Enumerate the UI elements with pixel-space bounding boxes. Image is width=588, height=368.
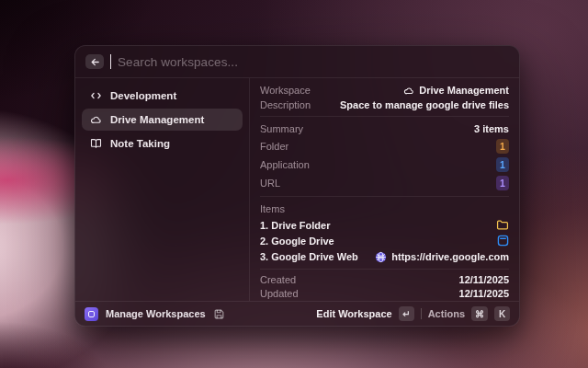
section-header: Summary	[260, 123, 303, 134]
count-row-application: Application 1	[260, 155, 509, 174]
items-header-row: Items	[260, 201, 509, 217]
save-icon	[213, 308, 225, 320]
actions-button[interactable]: Actions	[428, 308, 465, 319]
detail-value: 12/11/2025	[459, 288, 509, 299]
detail-label: Updated	[260, 288, 299, 299]
workspaces-app-icon	[85, 307, 98, 321]
folder-icon	[496, 219, 509, 231]
detail-label: Description	[260, 99, 311, 110]
detail-row-description: Description Space to manage google drive…	[260, 98, 509, 112]
list-item-development[interactable]: Development	[82, 85, 243, 107]
list-item-note-taking[interactable]: Note Taking	[82, 132, 243, 155]
k-key-badge: K	[494, 306, 510, 321]
count-row-url: URL 1	[260, 174, 509, 192]
footer-left: Manage Workspaces	[85, 307, 225, 321]
item-url: https://drive.google.com	[375, 251, 509, 263]
detail-value: Drive Management	[403, 85, 509, 96]
count-badge: 1	[496, 139, 509, 154]
count-label: URL	[260, 178, 280, 189]
item-label: 2. Google Drive	[260, 236, 334, 247]
list-item-drive-management[interactable]: Drive Management	[82, 109, 243, 131]
app-window-icon	[497, 235, 509, 247]
code-icon	[90, 90, 102, 101]
count-badge: 1	[496, 176, 509, 190]
text-caret	[110, 54, 111, 69]
cloud-icon	[90, 114, 102, 125]
detail-row-updated: Updated 12/11/2025	[260, 287, 509, 301]
detail-value: 12/11/2025	[459, 274, 509, 285]
list-item-label: Drive Management	[110, 114, 204, 125]
url-text: https://drive.google.com	[391, 251, 509, 262]
detail-label: Created	[260, 274, 296, 285]
list-item-label: Development	[110, 90, 176, 101]
workspace-name: Drive Management	[419, 85, 509, 96]
item-row-google-drive-web: 3. Google Drive Web	[260, 248, 509, 264]
list-item-label: Note Taking	[110, 138, 170, 149]
footer-app-label: Manage Workspaces	[106, 308, 206, 319]
item-label: 1. Drive Folder	[260, 220, 330, 231]
summary-count: 3 items	[474, 123, 509, 134]
count-badge: 1	[496, 157, 509, 172]
arrow-left-icon	[90, 57, 100, 67]
footer-right: Edit Workspace ↵ Actions ⌘ K	[316, 306, 510, 321]
count-label: Folder	[260, 141, 288, 152]
footer-bar: Manage Workspaces Edit Workspace ↵ Actio…	[75, 301, 519, 326]
detail-row-workspace: Workspace Drive Management	[260, 83, 509, 98]
detail-label: Workspace	[260, 85, 311, 96]
section-header: Items	[260, 203, 285, 214]
footer-separator	[421, 308, 422, 319]
globe-icon	[375, 251, 387, 263]
summary-header-row: Summary 3 items	[260, 121, 509, 137]
detail-row-created: Created 12/11/2025	[260, 273, 509, 287]
count-row-folder: Folder 1	[260, 137, 509, 155]
cmd-key-badge: ⌘	[471, 306, 488, 321]
workspace-list: Development Drive Management	[75, 78, 250, 301]
workspace-details: Workspace Drive Management Description S…	[250, 78, 519, 301]
search-bar: Search workspaces...	[75, 46, 519, 78]
detail-value: Space to manage google drive files	[340, 99, 509, 110]
divider	[260, 196, 509, 197]
search-input[interactable]: Search workspaces...	[118, 55, 238, 69]
count-label: Application	[260, 159, 310, 170]
workspace-search-window: Search workspaces... Development	[74, 45, 520, 327]
item-row-drive-folder: 1. Drive Folder	[260, 217, 509, 233]
cloud-icon	[403, 86, 414, 96]
screen: Search workspaces... Development	[0, 0, 588, 368]
main-content: Development Drive Management	[75, 78, 519, 301]
enter-key-badge: ↵	[399, 306, 414, 321]
edit-workspace-button[interactable]: Edit Workspace	[316, 308, 391, 319]
book-open-icon	[90, 138, 102, 149]
item-row-google-drive: 2. Google Drive	[260, 233, 509, 248]
back-button[interactable]	[85, 54, 104, 69]
item-label: 3. Google Drive Web	[260, 251, 358, 262]
divider	[260, 116, 509, 117]
divider	[260, 269, 509, 270]
